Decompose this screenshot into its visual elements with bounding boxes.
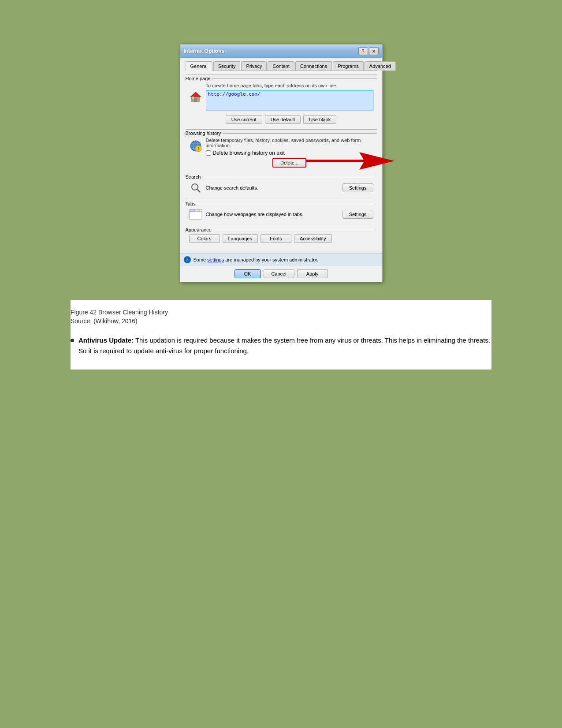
appearance-buttons-row: Colors Languages Fonts Accessibility: [189, 234, 373, 243]
home-page-label: Home page: [186, 76, 211, 81]
section-divider: [212, 78, 376, 79]
tabs-section-label: Tabs: [186, 201, 196, 206]
tab-privacy[interactable]: Privacy: [241, 61, 267, 71]
search-desc: Change search defaults.: [206, 185, 339, 190]
tabs-header: Tabs: [186, 201, 377, 206]
delete-on-exit-row: Delete browsing history on exit: [206, 150, 373, 156]
globe-icon: !: [189, 139, 202, 153]
tabs-section-row: Change how webpages are displayed in tab…: [189, 208, 373, 220]
home-page-icon: [189, 90, 202, 103]
home-url-input[interactable]: [206, 90, 373, 111]
tab-programs[interactable]: Programs: [333, 61, 364, 71]
browser-tabs-icon: [189, 209, 202, 220]
delete-on-exit-label: Delete browsing history on exit: [213, 150, 285, 156]
svg-rect-16: [195, 209, 199, 212]
caption-line2: Source: (Wikihow, 2016): [71, 317, 491, 325]
dialog-controls: ? ✕: [358, 47, 379, 55]
home-page-desc: To create home page tabs, type each addr…: [206, 83, 373, 88]
bullet-label: Antivirus Update:: [78, 336, 134, 344]
svg-rect-2: [194, 98, 197, 102]
internet-options-dialog: Internet Options ? ✕ General Security Pr…: [180, 44, 383, 282]
browsing-history-section: Browsing history !: [186, 129, 377, 169]
info-icon: i: [184, 256, 191, 263]
browsing-history-right: Delete temporary files, history, cookies…: [206, 138, 373, 168]
accessibility-button[interactable]: Accessibility: [294, 234, 332, 243]
home-page-section: Home page To create hom: [186, 75, 377, 126]
cancel-button[interactable]: Cancel: [264, 269, 294, 278]
bullet-text: Antivirus Update: This updation is requi…: [78, 335, 491, 356]
search-icon-wrap: [189, 181, 202, 194]
browsing-history-header: Browsing history: [186, 131, 377, 136]
tabs-bar: General Security Privacy Content Connect…: [186, 61, 377, 71]
caption-line1: Figure 42 Browser Cleaning History: [71, 309, 491, 316]
section-divider: [197, 204, 377, 204]
dialog-title: Internet Options: [184, 48, 225, 54]
home-page-header: Home page: [186, 76, 377, 81]
delete-btn-wrapper: Delete...: [272, 158, 306, 168]
search-label: Search: [186, 174, 201, 179]
appearance-label: Appearance: [186, 227, 212, 232]
dialog-body: General Security Privacy Content Connect…: [180, 58, 382, 254]
antivirus-bullet: Antivirus Update: This updation is requi…: [71, 335, 491, 356]
use-default-button[interactable]: Use default: [265, 115, 301, 124]
bullet-body: This updation is required because it mak…: [78, 336, 490, 355]
use-blank-button[interactable]: Use blank: [303, 115, 336, 124]
home-page-content: To create home page tabs, type each addr…: [186, 83, 377, 126]
delete-row: Delete...: [206, 158, 373, 168]
screenshot-area: Internet Options ? ✕ General Security Pr…: [71, 26, 491, 300]
fonts-button[interactable]: Fonts: [261, 234, 291, 243]
section-divider: [213, 230, 377, 230]
ok-button[interactable]: OK: [234, 269, 261, 278]
appearance-section: Appearance Colors Languages Fonts Access…: [186, 226, 377, 245]
delete-on-exit-checkbox[interactable]: [206, 150, 211, 156]
tabs-section: Tabs: [186, 200, 377, 222]
apply-button[interactable]: Apply: [297, 269, 328, 278]
home-page-row: To create home page tabs, type each addr…: [189, 83, 373, 112]
dialog-actions: OK Cancel Apply: [180, 265, 382, 282]
use-current-button[interactable]: Use current: [226, 115, 262, 124]
tab-connections[interactable]: Connections: [295, 61, 332, 71]
browsing-history-desc: Delete temporary files, history, cookies…: [206, 138, 373, 148]
tabs-icon: [189, 208, 202, 220]
help-button[interactable]: ?: [358, 47, 368, 55]
tab-content[interactable]: Content: [268, 61, 294, 71]
content-area: Antivirus Update: This updation is requi…: [71, 326, 491, 370]
dialog-titlebar: Internet Options ? ✕: [180, 45, 382, 58]
home-page-buttons: Use current Use default Use blank: [189, 115, 373, 124]
colors-button[interactable]: Colors: [189, 234, 220, 243]
browsing-history-content: ! Delete temporary files, history, cooki…: [186, 138, 377, 169]
bullet-dot: [71, 339, 74, 342]
info-text: Some settings are managed by your system…: [194, 257, 319, 262]
svg-marker-1: [190, 92, 201, 97]
browsing-history-row: ! Delete temporary files, history, cooki…: [189, 138, 373, 168]
info-bar: i Some settings are managed by your syst…: [180, 254, 382, 265]
dialog-wrapper: Internet Options ? ✕ General Security Pr…: [180, 44, 383, 282]
tabs-section-content: Change how webpages are displayed in tab…: [186, 208, 377, 222]
info-text-before: Some: [194, 257, 208, 262]
svg-point-12: [192, 184, 198, 190]
languages-button[interactable]: Languages: [223, 234, 258, 243]
tab-advanced[interactable]: Advanced: [365, 61, 396, 71]
svg-rect-15: [190, 209, 195, 212]
info-text-after: are managed by your system administrator…: [224, 257, 318, 262]
svg-rect-17: [190, 212, 202, 219]
appearance-header: Appearance: [186, 227, 377, 232]
search-content: Change search defaults. Settings: [186, 181, 377, 196]
tab-security[interactable]: Security: [213, 61, 241, 71]
info-settings-link[interactable]: settings: [207, 257, 224, 262]
search-row: Change search defaults. Settings: [189, 181, 373, 194]
browsing-history-label: Browsing history: [186, 131, 221, 136]
search-settings-button[interactable]: Settings: [342, 183, 373, 192]
search-section: Search Change search defaults.: [186, 173, 377, 196]
search-header: Search: [186, 174, 377, 179]
svg-text:!: !: [197, 146, 199, 151]
caption-area: Figure 42 Browser Cleaning History Sourc…: [71, 300, 491, 326]
home-page-right: To create home page tabs, type each addr…: [206, 83, 373, 112]
close-button[interactable]: ✕: [369, 47, 379, 55]
svg-line-13: [197, 189, 200, 192]
svg-rect-3: [192, 97, 194, 99]
tabs-settings-button[interactable]: Settings: [342, 210, 373, 219]
delete-button[interactable]: Delete...: [272, 158, 306, 168]
tab-general[interactable]: General: [186, 61, 212, 71]
section-divider: [202, 177, 376, 177]
